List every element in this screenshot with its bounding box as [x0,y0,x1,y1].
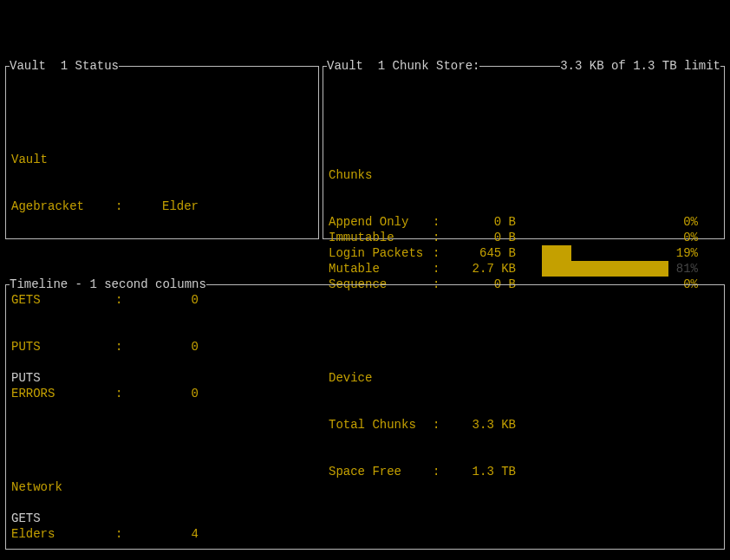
chunk-store-limit: 3.3 KB of 1.3 TB limit [560,58,720,74]
timeline-panel: Timeline - 1 second columns PUTS GETS ER… [5,284,725,550]
chunk-row-bar: 81% [542,261,698,277]
vault-status-panel: Vault 1 Status Vault Agebracket:Elder GE… [5,66,319,239]
agebracket-label: Agebracket [11,199,115,214]
agebracket-value: Elder [129,199,199,214]
chunk-row-pct: 0% [683,230,698,245]
chunk-row-bar: 0% [542,230,698,245]
chunk-row-pct: 81% [676,261,698,277]
chunk-row-value: 0 B [446,230,516,245]
chunk-row-bar: 19% [542,245,698,261]
chunk-row: Mutable:2.7 KB81% [329,261,719,277]
vault-status-title: Vault 1 Status [10,58,119,74]
chunk-row-label: Login Packets [329,245,433,261]
chunk-row: Append Only:0 B0% [329,214,719,230]
chunk-store-title: Vault 1 Chunk Store: [327,58,479,74]
chunk-row-pct: 0% [683,214,698,230]
chunk-row-label: Mutable [329,261,433,277]
timeline-gets-label: GETS [11,511,41,526]
chunk-row: Immutable:0 B0% [329,230,719,245]
chunk-row: Login Packets:645 B19% [329,245,719,261]
chunk-store-panel: Vault 1 Chunk Store: 3.3 KB of 1.3 TB li… [323,66,725,239]
chunk-row-value: 2.7 KB [446,261,516,277]
chunk-row-label: Immutable [329,230,433,245]
timeline-puts-label: PUTS [11,370,41,386]
chunks-section-header: Chunks [329,167,372,183]
chunk-row-pct: 19% [676,245,698,261]
chunk-row-value: 645 B [446,245,516,261]
timeline-title: Timeline - 1 second columns [10,277,206,292]
chunk-row-label: Append Only [329,214,433,230]
chunk-row-value: 0 B [446,214,516,230]
vault-section-header: Vault [11,152,48,167]
chunk-row-bar: 0% [542,214,698,230]
